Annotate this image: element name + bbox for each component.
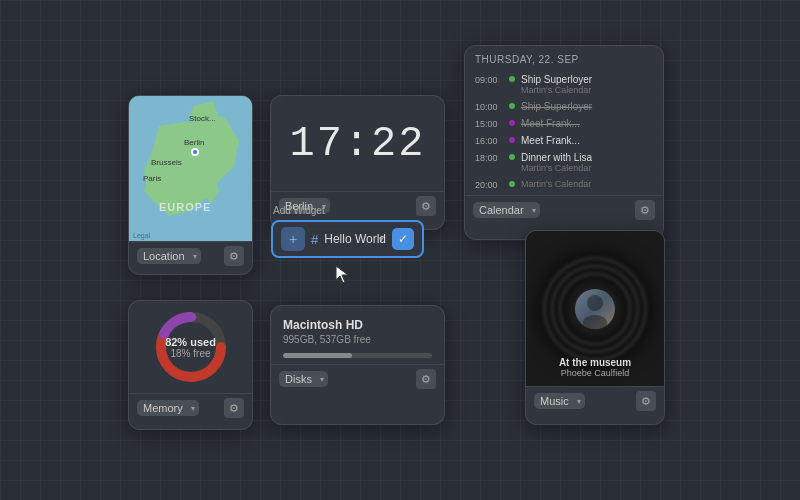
map-label-berlin: Berlin [184, 138, 204, 147]
cal-dot-6 [509, 181, 515, 187]
cal-dot-2 [509, 103, 515, 109]
location-select[interactable]: Location [137, 248, 201, 264]
hash-icon: # [311, 232, 318, 247]
cal-time-2: 10:00 [475, 101, 503, 112]
cal-dot-1 [509, 76, 515, 82]
cal-title-1: Ship Superloyer [521, 74, 653, 85]
music-widget: At the museum Phoebe Caulfield Music ▾ ⚙ [525, 230, 665, 425]
music-title: At the museum [526, 357, 664, 368]
disks-gear-button[interactable]: ⚙ [416, 369, 436, 389]
widget-name-select-wrapper[interactable]: Hello World ▾ [324, 232, 386, 246]
calendar-event-3: 15:00 Meet Frank... [465, 115, 663, 132]
memory-free-label: 18% free [165, 348, 216, 359]
map-location-dot [191, 148, 199, 156]
cal-content-5: Dinner with Lisa Martin's Calendar [521, 152, 653, 173]
cal-dot-5 [509, 154, 515, 160]
calendar-event-1: 09:00 Ship Superloyer Martin's Calendar [465, 71, 663, 98]
memory-select[interactable]: Memory [137, 400, 199, 416]
cal-content-6: Martin's Calendar [521, 179, 653, 189]
cal-title-5: Dinner with Lisa [521, 152, 653, 163]
music-widget-footer: Music ▾ ⚙ [526, 386, 664, 415]
svg-point-10 [583, 315, 607, 329]
memory-gear-button[interactable]: ⚙ [224, 398, 244, 418]
memory-widget-footer: Memory ▾ ⚙ [129, 393, 252, 422]
disks-select[interactable]: Disks [279, 371, 328, 387]
music-select-wrapper[interactable]: Music ▾ [534, 393, 585, 409]
disk-bar-fill [283, 353, 352, 358]
location-widget-footer: Location ▾ ⚙ [129, 241, 252, 270]
cal-content-3: Meet Frank... [521, 118, 653, 129]
widget-name-select[interactable]: Hello World [324, 232, 386, 246]
calendar-select[interactable]: Calendar [473, 202, 540, 218]
vinyl-photo [575, 289, 615, 329]
calendar-event-6: 20:00 Martin's Calendar [465, 176, 663, 193]
svg-point-9 [587, 295, 603, 311]
cal-dot-3 [509, 120, 515, 126]
disk-size: 995GB, 537GB free [283, 334, 432, 345]
music-artist: Phoebe Caulfield [526, 368, 664, 378]
memory-donut-area: 82% used 18% free [129, 301, 252, 393]
calendar-event-2: 10:00 Ship Superloyer [465, 98, 663, 115]
clock-display: 17:22 [271, 96, 444, 191]
map-label-europe: EUROPE [159, 201, 211, 213]
cal-title-3: Meet Frank... [521, 118, 653, 129]
cal-content-1: Ship Superloyer Martin's Calendar [521, 74, 653, 95]
calendar-event-4: 16:00 Meet Frank... [465, 132, 663, 149]
map-area: Stock... Berlin Brussels Paris EUROPE Le… [129, 96, 252, 241]
cal-title-2: Ship Superloyer [521, 101, 653, 112]
map-label-brussels: Brussels [151, 158, 182, 167]
add-widget-container: Add Widget + # Hello World ▾ ✓ [271, 205, 424, 258]
cal-time-4: 16:00 [475, 135, 503, 146]
person-silhouette [575, 289, 615, 329]
vinyl-record [540, 254, 650, 364]
cal-sub-1: Martin's Calendar [521, 85, 653, 95]
cal-title-4: Meet Frank... [521, 135, 653, 146]
disk-content: Macintosh HD 995GB, 537GB free [271, 306, 444, 364]
disk-name: Macintosh HD [283, 318, 432, 332]
music-gear-button[interactable]: ⚙ [636, 391, 656, 411]
cal-content-4: Meet Frank... [521, 135, 653, 146]
location-gear-button[interactable]: ⚙ [224, 246, 244, 266]
disks-widget: Macintosh HD 995GB, 537GB free Disks ▾ ⚙ [270, 305, 445, 425]
disks-select-wrapper[interactable]: Disks ▾ [279, 371, 328, 387]
music-album-art: At the museum Phoebe Caulfield [526, 231, 664, 386]
music-info: At the museum Phoebe Caulfield [526, 357, 664, 378]
add-widget-plus-button[interactable]: + [281, 227, 305, 251]
vinyl-label [575, 289, 615, 329]
calendar-widget: THURSDAY, 22. SEP 09:00 Ship Superloyer … [464, 45, 664, 240]
calendar-event-5: 18:00 Dinner with Lisa Martin's Calendar [465, 149, 663, 176]
calendar-header: THURSDAY, 22. SEP [465, 46, 663, 69]
map-background: Stock... Berlin Brussels Paris EUROPE Le… [129, 96, 252, 241]
disk-bar-background [283, 353, 432, 358]
memory-select-wrapper[interactable]: Memory ▾ [137, 400, 199, 416]
memory-used-label: 82% used [165, 336, 216, 348]
disks-widget-footer: Disks ▾ ⚙ [271, 364, 444, 393]
calendar-widget-footer: Calendar ▾ ⚙ [465, 195, 663, 224]
add-widget-bar[interactable]: + # Hello World ▾ ✓ [271, 220, 424, 258]
map-label-paris: Paris [143, 174, 161, 183]
cal-time-5: 18:00 [475, 152, 503, 163]
cal-content-2: Ship Superloyer [521, 101, 653, 112]
cal-time-1: 09:00 [475, 74, 503, 85]
cal-time-3: 15:00 [475, 118, 503, 129]
memory-donut-text: 82% used 18% free [165, 336, 216, 359]
memory-widget: 82% used 18% free Memory ▾ ⚙ [128, 300, 253, 430]
calendar-gear-button[interactable]: ⚙ [635, 200, 655, 220]
calendar-events: 09:00 Ship Superloyer Martin's Calendar … [465, 69, 663, 195]
location-select-wrapper[interactable]: Location ▾ [137, 248, 201, 264]
calendar-select-wrapper[interactable]: Calendar ▾ [473, 202, 540, 218]
cal-sub-6: Martin's Calendar [521, 179, 653, 189]
cal-sub-5: Martin's Calendar [521, 163, 653, 173]
cal-time-6: 20:00 [475, 179, 503, 190]
music-select[interactable]: Music [534, 393, 585, 409]
map-label-stockholm: Stock... [189, 114, 216, 123]
location-widget: Stock... Berlin Brussels Paris EUROPE Le… [128, 95, 253, 275]
add-widget-label: Add Widget [273, 205, 424, 216]
map-legal-label: Legal [133, 232, 150, 239]
add-widget-confirm-button[interactable]: ✓ [392, 228, 414, 250]
mouse-cursor [334, 264, 352, 286]
cal-dot-4 [509, 137, 515, 143]
